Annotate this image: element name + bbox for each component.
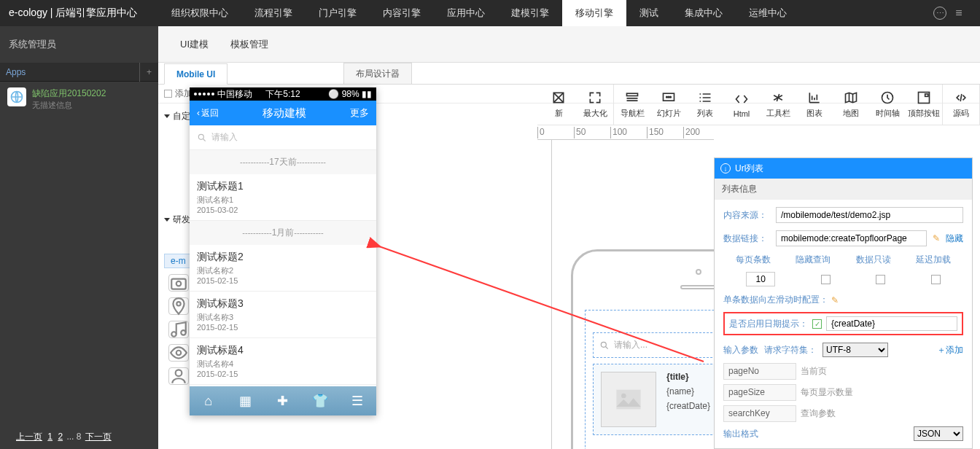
list-item[interactable]: 测试标题2 测试名称2 2015-02-15 [190, 245, 376, 292]
back-button[interactable]: ‹ 返回 [197, 107, 219, 120]
tool-maximize[interactable]: 最大化 [577, 85, 613, 125]
swipe-label: 单条数据向左滑动时配置： [723, 294, 828, 306]
plus-icon[interactable]: ✚ [274, 392, 292, 410]
mock-search-input[interactable]: 请输入... [593, 332, 714, 358]
more-icon[interactable]: ⋯ [933, 7, 946, 20]
list-item[interactable]: 测试标题1 测试名称1 2015-03-02 [190, 174, 376, 221]
top-tab-content[interactable]: 内容引擎 [370, 0, 434, 26]
top-tab-integrate[interactable]: 集成中心 [672, 0, 736, 26]
app-name: 缺陷应用20150202 [32, 87, 106, 100]
chevron-down-icon[interactable]: ↓ [720, 163, 731, 173]
add-app-button[interactable]: + [139, 63, 158, 82]
param-key[interactable]: searchKey [723, 405, 796, 422]
col-readonly: 数据只读 [844, 254, 903, 266]
camera-icon[interactable] [168, 274, 189, 292]
add-param-link[interactable]: ＋添加 [937, 344, 963, 356]
music-icon[interactable] [168, 321, 189, 338]
charset-select[interactable]: UTF-8 [822, 343, 888, 357]
grid-icon[interactable]: ▦ [237, 392, 254, 410]
phone-statusbar: 中国移动 下午5:12 ⚪ 98% ▮▮ [190, 87, 376, 101]
battery-label: ⚪ 98% ▮▮ [328, 89, 372, 99]
date-divider-1: -----------17天前----------- [190, 150, 376, 174]
readonly-checkbox[interactable] [876, 275, 885, 284]
output-format-select[interactable]: JSON [914, 426, 963, 441]
home-icon[interactable]: ⌂ [200, 392, 217, 410]
phone-screen[interactable]: ⚙ 请输入... {title} {name} {creatDate} [585, 310, 714, 449]
pager-prev[interactable]: 上一页 [16, 432, 42, 442]
user-icon[interactable] [168, 367, 189, 385]
help-icon[interactable]: ≡ [952, 7, 965, 20]
sidebar-apps-header: Apps + [0, 63, 158, 82]
more-button[interactable]: 更多 [350, 106, 369, 120]
link-input[interactable] [776, 230, 927, 246]
shirt-icon[interactable]: 👕 [311, 392, 329, 410]
phone-preview-overlay: 中国移动 下午5:12 ⚪ 98% ▮▮ ‹ 返回 移动建模 更多 请输入 --… [190, 87, 376, 415]
ptab-layout[interactable]: 布局设计器 [343, 63, 412, 84]
tool-map[interactable]: 地图 [833, 85, 869, 125]
tool-toolbar[interactable]: 工具栏 [760, 85, 796, 125]
svg-point-13 [670, 96, 672, 98]
pager-next[interactable]: 下一页 [85, 432, 112, 442]
tool-chart[interactable]: 图表 [796, 85, 833, 125]
top-tab-flow[interactable]: 流程引擎 [241, 0, 306, 26]
sidebar: 系统管理员 Apps + 缺陷应用20150202 无描述信息 上一页 1 2 … [0, 26, 158, 449]
col-hidesearch: 隐藏查询 [783, 254, 843, 266]
date-hint-highlight: 是否启用日期提示： ✓ [723, 312, 963, 335]
tool-new[interactable]: 新 [540, 85, 577, 125]
svg-point-12 [668, 96, 669, 98]
date-divider-2: -----------1月前----------- [190, 221, 376, 245]
edit-icon[interactable]: ✎ [933, 233, 940, 243]
pager-2[interactable]: 2 [58, 432, 63, 442]
lazy-checkbox[interactable] [931, 275, 941, 284]
svg-point-21 [621, 394, 626, 399]
add-page-checkbox[interactable] [164, 90, 172, 98]
svg-rect-1 [171, 279, 186, 289]
top-tab-model[interactable]: 建模引擎 [498, 0, 562, 26]
date-hint-checkbox[interactable]: ✓ [812, 319, 822, 329]
param-desc: 当前页 [796, 363, 963, 380]
sidebar-apps-label: Apps [6, 67, 26, 77]
pager-1[interactable]: 1 [47, 432, 52, 442]
tree-node-1[interactable]: 自定 [173, 110, 190, 122]
subtab-ui-model[interactable]: UI建模 [180, 38, 209, 51]
tool-timeline[interactable]: 时间轴 [869, 85, 906, 125]
tool-navbar[interactable]: 导航栏 [614, 85, 650, 125]
subtab-tpl-mgmt[interactable]: 模板管理 [230, 38, 268, 51]
menu-icon[interactable]: ☰ [349, 392, 366, 410]
ptab-mobile-ui[interactable]: Mobile UI [164, 63, 228, 85]
tool-html[interactable]: Html [723, 85, 760, 125]
param-key[interactable]: pageSize [723, 384, 796, 401]
sidebar-app-item[interactable]: 缺陷应用20150202 无描述信息 [0, 82, 158, 117]
tool-source[interactable]: 源码 [943, 85, 979, 125]
hide-link[interactable]: 隐藏 [946, 233, 963, 245]
list-item[interactable]: 测试标题4 测试名称4 2015-02-15 [190, 338, 376, 385]
design-canvas[interactable]: ⚙ 请输入... {title} {name} {creatDate} [552, 140, 714, 449]
tool-topbutton[interactable]: 顶部按钮 [906, 85, 942, 125]
properties-subtitle: 列表信息 [715, 179, 972, 200]
date-hint-input[interactable] [826, 316, 957, 331]
top-tab-mobile[interactable]: 移动引擎 [562, 0, 626, 26]
top-tab-ops[interactable]: 运维中心 [736, 0, 800, 26]
hidesearch-checkbox[interactable] [821, 275, 831, 284]
src-input[interactable] [776, 207, 963, 223]
location-icon[interactable] [168, 297, 189, 315]
output-format-label: 输出格式 [723, 428, 758, 440]
mock-list-card[interactable]: {title} {name} {creatDate} [593, 364, 714, 435]
eye-icon[interactable] [168, 344, 189, 362]
top-tab-portal[interactable]: 门户引擎 [306, 0, 370, 26]
tree-selected[interactable]: e-m [164, 254, 192, 268]
top-tab-org[interactable]: 组织权限中心 [158, 0, 241, 26]
perpage-input[interactable] [746, 272, 775, 286]
tool-slideshow[interactable]: 幻灯片 [650, 85, 687, 125]
statusbar-time: 下午5:12 [265, 88, 300, 101]
top-tab-test[interactable]: 测试 [626, 0, 672, 26]
svg-point-11 [666, 96, 668, 98]
top-tab-appcenter[interactable]: 应用中心 [434, 0, 498, 26]
list-item[interactable]: 测试标题3 测试名称3 2015-02-15 [190, 292, 376, 338]
param-key[interactable]: pageNo [723, 363, 796, 380]
phone-search-input[interactable]: 请输入 [190, 125, 376, 150]
tool-list[interactable]: 列表 [687, 85, 723, 125]
image-placeholder-icon [601, 372, 656, 427]
tree-node-2[interactable]: 研发 [173, 214, 190, 226]
swipe-edit-icon[interactable]: ✎ [831, 295, 839, 305]
